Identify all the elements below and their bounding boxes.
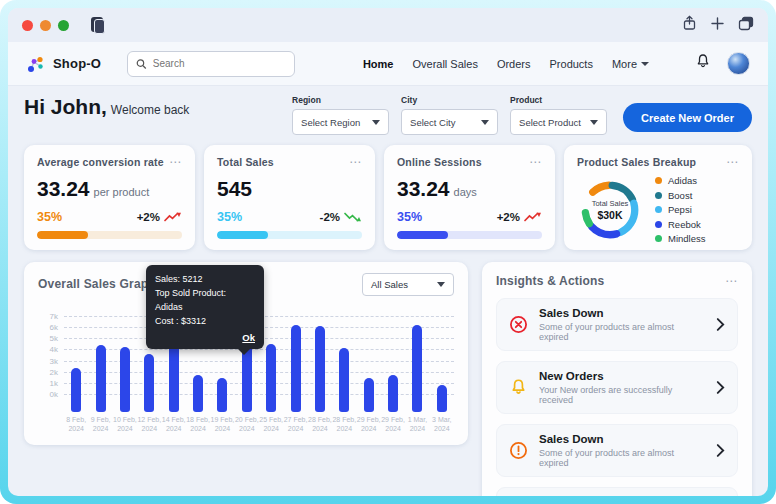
- search-input[interactable]: [153, 58, 286, 69]
- insight-item-new-orders[interactable]: New Orders Your New orders are successfu…: [496, 361, 738, 414]
- tabs-icon[interactable]: [738, 16, 754, 35]
- sales-bar-29-feb[interactable]: [364, 378, 374, 412]
- legend-dot-icon: [655, 235, 662, 242]
- y-axis-tick: 2k: [38, 367, 58, 376]
- filter-select-product[interactable]: Select Product: [510, 109, 607, 135]
- filter-select-region[interactable]: Select Region: [292, 109, 389, 135]
- x-axis-label: 18 Feb,2024: [186, 416, 210, 434]
- insight-item-sales-down[interactable]: Sales Down Some of your products are alm…: [496, 298, 738, 351]
- x-axis-label: 19 Feb,2024: [210, 416, 234, 434]
- main-content: Hi John,Welcome back Region Select Regio…: [8, 86, 768, 496]
- stat-cards-row: Average conversion rate ⋯ 33.24per produ…: [24, 145, 752, 250]
- sales-bar-12-feb[interactable]: [144, 354, 154, 412]
- minimize-window-button[interactable]: [40, 20, 51, 31]
- tooltip-top-product: Top Sold Product: Adidas: [155, 287, 255, 315]
- insights-menu-icon[interactable]: ⋯: [725, 278, 738, 284]
- sales-bar-14-feb[interactable]: [169, 341, 179, 412]
- insights-actions-card: Insights & Actions ⋯ Sales Down Some of …: [482, 262, 752, 496]
- insight-item-sales-down[interactable]: Sales Down Some of your products are alm…: [496, 424, 738, 477]
- stat-percent: 35%: [397, 210, 422, 224]
- x-axis-label: 10 Feb,2024: [113, 416, 137, 434]
- sales-bar-1-mar[interactable]: [412, 325, 422, 412]
- filter-value: Select City: [410, 117, 455, 128]
- stat-suffix: per product: [94, 186, 150, 198]
- sales-bar-27-feb[interactable]: [291, 325, 301, 412]
- greeting: Hi John,Welcome back: [24, 95, 189, 119]
- nav-item-products[interactable]: Products: [550, 58, 593, 70]
- sales-bar-9-feb[interactable]: [96, 345, 106, 412]
- x-axis-label: 3 Mar,2024: [430, 416, 454, 434]
- filter-product: Product Select Product: [510, 95, 607, 135]
- filter-region: Region Select Region: [292, 95, 389, 135]
- stat-menu-icon[interactable]: ⋯: [169, 159, 182, 165]
- stat-value: 33.24per product: [37, 177, 182, 201]
- create-new-order-button[interactable]: Create New Order: [623, 103, 752, 132]
- search-box[interactable]: [127, 51, 295, 77]
- chevron-right-icon: [716, 318, 725, 331]
- nav-item-more[interactable]: More: [612, 58, 649, 70]
- user-avatar[interactable]: [727, 52, 750, 75]
- nav-item-orders[interactable]: Orders: [497, 58, 531, 70]
- sales-bar-8-feb[interactable]: [71, 368, 81, 412]
- greeting-title: Hi John,: [24, 95, 107, 118]
- trend-up-icon: [524, 212, 542, 222]
- tooltip-ok-button[interactable]: Ok: [155, 332, 255, 343]
- pages-icon[interactable]: [91, 17, 106, 34]
- chevron-down-icon: [481, 120, 489, 125]
- stat-title: Average conversion rate: [37, 156, 164, 168]
- sales-bar-18-feb[interactable]: [193, 375, 203, 412]
- stat-value: 545: [217, 177, 362, 201]
- share-icon[interactable]: [682, 15, 697, 35]
- y-axis-tick: 7k: [38, 312, 58, 321]
- chevron-down-icon: [437, 282, 445, 287]
- bar-column: [405, 316, 429, 412]
- sales-bar-25-feb[interactable]: [266, 344, 276, 412]
- y-axis-tick: 3k: [38, 356, 58, 365]
- product-sales-donut-chart: Total Sales $30K: [577, 177, 643, 243]
- sales-bar-29-feb[interactable]: [388, 375, 398, 412]
- brand[interactable]: Shop-O: [26, 54, 101, 74]
- browser-titlebar: [8, 8, 768, 42]
- x-axis-label: 9 Feb,2024: [88, 416, 112, 434]
- stat-menu-icon[interactable]: ⋯: [529, 159, 542, 165]
- bar-column: [357, 316, 381, 412]
- sales-bar-19-feb[interactable]: [217, 378, 227, 412]
- sales-bar-28-feb[interactable]: [339, 348, 349, 412]
- stat-progress-fill: [217, 231, 268, 239]
- sales-bar-3-mar[interactable]: [437, 385, 447, 412]
- stat-menu-icon[interactable]: ⋯: [349, 159, 362, 165]
- x-axis-label: 12 Feb,2024: [137, 416, 161, 434]
- stat-progress-fill: [397, 231, 448, 239]
- close-window-button[interactable]: [22, 20, 33, 31]
- sales-filter-select[interactable]: All Sales: [362, 273, 454, 296]
- stat-percent: 35%: [37, 210, 62, 224]
- traffic-lights: [22, 20, 69, 31]
- chevron-down-icon: [372, 120, 380, 125]
- filter-select-city[interactable]: Select City: [401, 109, 498, 135]
- notifications-bell-icon[interactable]: [695, 53, 711, 74]
- stat-progress-fill: [37, 231, 88, 239]
- legend-dot-icon: [655, 206, 662, 213]
- breakup-title: Product Sales Breakup: [577, 156, 696, 168]
- bar-column: [64, 316, 88, 412]
- nav-item-home[interactable]: Home: [363, 58, 394, 70]
- circle-alert-icon: [509, 441, 528, 460]
- y-axis-tick: 5k: [38, 334, 58, 343]
- legend-item-reebok: Reebok: [655, 219, 706, 230]
- breakup-menu-icon[interactable]: ⋯: [726, 159, 739, 165]
- app-window: Shop-O HomeOverall SalesOrdersProductsMo…: [8, 8, 768, 496]
- bar-column: [308, 316, 332, 412]
- legend-dot-icon: [655, 221, 662, 228]
- nav-item-overall-sales[interactable]: Overall Sales: [412, 58, 477, 70]
- stat-title: Total Sales: [217, 156, 274, 168]
- sales-bar-10-feb[interactable]: [120, 347, 130, 412]
- chart-x-axis-labels: 8 Feb,20249 Feb,202410 Feb,202412 Feb,20…: [64, 416, 454, 434]
- new-tab-icon[interactable]: [711, 16, 724, 34]
- insight-item-new-orders[interactable]: New Orders Your New orders are successfu…: [496, 487, 738, 496]
- legend-item-mindless: Mindless: [655, 233, 706, 244]
- product-sales-breakup-card: Product Sales Breakup ⋯ Total Sales $30K: [564, 145, 752, 250]
- app-header: Shop-O HomeOverall SalesOrdersProductsMo…: [8, 42, 768, 86]
- zoom-window-button[interactable]: [58, 20, 69, 31]
- sales-bar-28-feb[interactable]: [315, 326, 325, 412]
- y-axis-tick: 0k: [38, 390, 58, 399]
